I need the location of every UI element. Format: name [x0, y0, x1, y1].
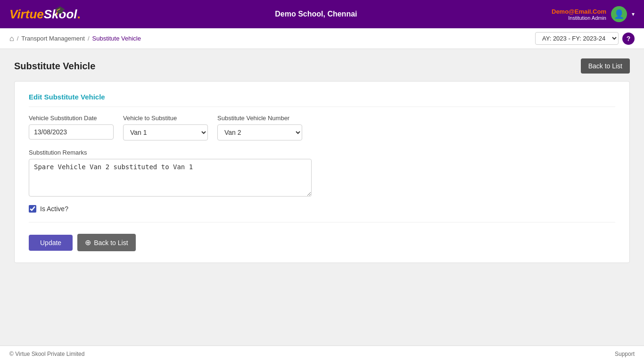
breadcrumb-transport[interactable]: Transport Management — [21, 35, 85, 42]
substitution-date-label: Vehicle Substitution Date — [29, 115, 114, 122]
vehicle-to-substitute-label: Vehicle to Substitue — [123, 115, 208, 122]
breadcrumb-bar: ⌂ / Transport Management / Substitute Ve… — [0, 28, 644, 49]
user-dropdown-icon[interactable]: ▾ — [632, 11, 635, 17]
main-content: Substitute Vehicle Back to List Edit Sub… — [0, 49, 644, 346]
breadcrumb-sep-2: / — [88, 35, 90, 42]
logo-dot: . — [77, 7, 81, 22]
school-name: Demo School, Chennai — [275, 10, 357, 18]
fy-dropdown[interactable]: AY: 2023 - FY: 2023-24 AY: 2022 - FY: 20… — [535, 32, 619, 45]
user-email[interactable]: Demo@Email.Com — [552, 8, 606, 15]
form-row-1: Vehicle Substitution Date Vehicle to Sub… — [29, 115, 615, 140]
substitution-remarks-textarea[interactable]: Spare Vehicle Van 2 substituted to Van 1 — [29, 159, 312, 197]
page-header: Substitute Vehicle Back to List — [14, 58, 630, 74]
breadcrumb-sep-1: / — [17, 35, 19, 42]
substitution-date-input[interactable] — [29, 124, 114, 140]
substitute-vehicle-number-label: Substitute Vehicle Number — [217, 115, 302, 122]
back-icon: ⊕ — [85, 238, 91, 247]
is-active-label[interactable]: Is Active? — [40, 205, 68, 213]
form-row-2: Substitution Remarks Spare Vehicle Van 2… — [29, 149, 615, 197]
header-user-section: Demo@Email.Com Institution Admin 👤 ▾ — [552, 6, 635, 22]
back-to-list-label: Back to List — [94, 239, 128, 247]
back-to-list-top-button[interactable]: Back to List — [581, 58, 630, 74]
home-icon[interactable]: ⌂ — [9, 34, 14, 43]
update-button[interactable]: Update — [29, 235, 73, 251]
footer: © Virtue Skool Private Limited Support — [0, 346, 644, 362]
breadcrumb: ⌂ / Transport Management / Substitute Ve… — [9, 34, 141, 43]
form-section-title: Edit Substitute Vehicle — [29, 93, 615, 107]
avatar[interactable]: 👤 — [611, 6, 627, 22]
fy-selector: AY: 2023 - FY: 2023-24 AY: 2022 - FY: 20… — [535, 32, 635, 45]
header: VirtueSkool. 🎓 Demo School, Chennai Demo… — [0, 0, 644, 28]
form-actions: Update ⊕ Back to List — [29, 230, 615, 251]
user-role: Institution Admin — [552, 15, 606, 21]
substitute-vehicle-number-group: Substitute Vehicle Number Van 1 Van 2 Va… — [217, 115, 302, 140]
help-button[interactable]: ? — [622, 33, 635, 45]
vehicle-to-substitute-select[interactable]: Van 1 Van 2 Van 3 — [123, 124, 208, 140]
breadcrumb-current: Substitute Vehicle — [92, 35, 141, 42]
footer-support[interactable]: Support — [615, 351, 635, 357]
back-to-list-button[interactable]: ⊕ Back to List — [77, 234, 135, 251]
logo-virtue: Virtue — [9, 7, 44, 22]
logo: VirtueSkool. 🎓 — [9, 7, 81, 22]
vehicle-to-substitute-group: Vehicle to Substitue Van 1 Van 2 Van 3 — [123, 115, 208, 140]
is-active-row: Is Active? — [29, 205, 615, 213]
graduation-hat-icon: 🎓 — [55, 5, 65, 16]
footer-copyright: © Virtue Skool Private Limited — [9, 351, 84, 357]
is-active-checkbox[interactable] — [29, 205, 36, 213]
form-divider — [29, 222, 615, 222]
page-title: Substitute Vehicle — [14, 61, 95, 72]
form-card: Edit Substitute Vehicle Vehicle Substitu… — [14, 81, 630, 263]
substitution-remarks-label: Substitution Remarks — [29, 149, 312, 156]
user-info: Demo@Email.Com Institution Admin — [552, 8, 606, 21]
substitution-remarks-group: Substitution Remarks Spare Vehicle Van 2… — [29, 149, 312, 197]
substitute-vehicle-number-select[interactable]: Van 1 Van 2 Van 3 — [217, 124, 302, 140]
substitution-date-group: Vehicle Substitution Date — [29, 115, 114, 140]
